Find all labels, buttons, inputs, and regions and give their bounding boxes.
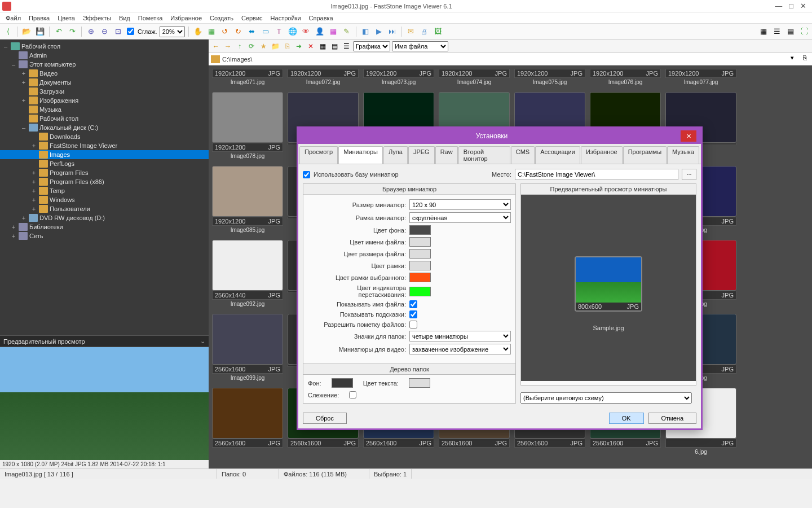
maximize-button[interactable]: □ [789,2,793,10]
thumbnail[interactable]: 1920x1200JPGImage085.jpg [212,165,283,234]
menu-favorites[interactable]: Избранное [167,14,205,23]
minimize-button[interactable]: — [775,2,782,10]
smoothing-checkbox[interactable] [127,28,134,35]
scheme-select[interactable]: (Выберите цветовую схему) [520,392,692,404]
zoom-out-icon[interactable]: ⊖ [99,26,110,37]
open-icon[interactable]: 📂 [21,26,32,37]
delete-icon[interactable]: ✕ [306,41,316,51]
text-icon[interactable]: T [273,26,285,37]
menu-create[interactable]: Создать [206,14,237,23]
menu-help[interactable]: Справка [306,14,337,23]
use-db-checkbox[interactable] [303,171,310,178]
copy-icon[interactable]: ⎘ [282,41,292,51]
thumbnail[interactable]: 1920x1200JPGImage072.jpg [288,69,359,86]
nav-back-icon[interactable]: ⟨ [2,26,14,37]
browse-button[interactable]: ... [682,169,696,180]
tree-pf86[interactable]: Program Files (x86) [50,178,104,185]
group-select[interactable]: Графика [353,41,390,51]
thumbnail[interactable]: 2560x1440JPGImage092.jpg [212,239,283,308]
view-list-icon[interactable]: ☰ [771,26,783,37]
tree-windows[interactable]: Windows [50,196,75,203]
redeye-icon[interactable]: 👁 [301,26,312,37]
videothumb-select[interactable]: захваченное изображение [409,344,511,354]
thumbnail[interactable]: 1920x1200JPGImage071.jpg [212,69,283,86]
move-icon[interactable]: ➜ [294,41,304,51]
wallpaper-icon[interactable]: 🖼 [433,26,444,37]
compare-icon[interactable]: ◧ [360,26,371,37]
nav-back-icon[interactable]: ← [211,41,221,51]
tree-downloads[interactable]: Загрузки [39,88,64,95]
slideshow-icon[interactable]: ▶ [373,26,385,37]
dialog-titlebar[interactable]: Установки ✕ [298,128,701,144]
border-color-swatch[interactable] [409,261,431,270]
tree-net[interactable]: Сеть [29,233,43,239]
tree-desk2[interactable]: Рабочий стол [39,115,78,122]
place-input[interactable] [515,169,678,180]
undo-icon[interactable]: ↶ [53,26,64,37]
thumb-frame-select[interactable]: скруглённая [409,212,511,223]
thumbnail[interactable]: 1920x1200JPGImage075.jpg [514,69,585,86]
tree-music[interactable]: Музыка [39,106,61,113]
view3-icon[interactable]: ☰ [341,41,351,51]
hand-icon[interactable]: ✋ [192,26,204,37]
selborder-color-swatch[interactable] [409,273,431,282]
person-icon[interactable]: 👤 [314,26,325,37]
tree-desktop[interactable]: Рабочий стол [21,43,60,50]
path-text[interactable]: C:\Images\ [222,56,785,63]
thumbnail[interactable]: 2560x1600JPG [212,387,283,456]
zoom-in-icon[interactable]: ⊕ [85,26,96,37]
menu-tools[interactable]: Сервис [238,14,266,23]
fname-color-swatch[interactable] [409,237,431,247]
tree-images[interactable]: Images [50,151,70,158]
newfolder-icon[interactable]: 📁 [270,41,280,51]
tab-Ассоциации[interactable]: Ассоциации [535,146,580,164]
thumbnail[interactable]: 2560x1600JPGImage099.jpg [212,313,283,382]
tab-Избранное[interactable]: Избранное [581,146,623,164]
tree-users[interactable]: Пользователи [50,205,90,212]
nav-fwd-icon[interactable]: → [223,41,233,51]
thumbnail[interactable]: 1920x1200JPGImage078.jpg [212,91,283,160]
tree-docs[interactable]: Документы [39,79,72,86]
tree-dl[interactable]: Downloads [50,133,80,140]
tree-text-swatch[interactable] [409,378,430,388]
tree-pf[interactable]: Program Files [50,169,88,176]
dialog-close-button[interactable]: ✕ [681,130,696,142]
sort-select[interactable]: Имя файла [392,41,448,51]
globe-icon[interactable]: 🌐 [287,26,298,37]
foldericon-select[interactable]: четыре миниатюры [409,331,511,341]
track-checkbox[interactable] [349,391,356,398]
folder-tree[interactable]: –Рабочий стол Admin –Этот компьютер +Вид… [0,40,209,335]
view2-icon[interactable]: ▤ [329,41,339,51]
hints-checkbox[interactable] [409,310,417,318]
menu-file[interactable]: Файл [2,14,24,23]
resize-icon[interactable]: ⬌ [246,26,258,37]
tab-Музыка[interactable]: Музыка [667,146,699,164]
tab-Второй монитор[interactable]: Второй монитор [458,146,510,164]
showname-checkbox[interactable] [409,300,417,308]
view-detail-icon[interactable]: ▤ [785,26,796,37]
preview-image[interactable] [0,347,209,460]
refresh-icon[interactable]: ⟳ [246,41,257,51]
tree-perflogs[interactable]: PerfLogs [50,160,74,167]
save-icon[interactable]: 💾 [34,26,46,37]
grid-icon[interactable]: ▦ [206,26,217,37]
thumbnail[interactable]: 1920x1200JPGImage077.jpg [665,69,736,86]
print-icon[interactable]: 🖨 [419,26,430,37]
close-button[interactable]: ✕ [800,2,806,10]
thumbnail[interactable]: 1920x1200JPGImage074.jpg [439,69,510,86]
menu-effects[interactable]: Эффекты [80,14,114,23]
marking-checkbox[interactable] [409,321,417,329]
path-dropdown-icon[interactable]: ▾ [787,54,797,64]
tab-Raw[interactable]: Raw [435,146,458,164]
cancel-button[interactable]: Отмена [648,413,696,424]
menu-edit[interactable]: Правка [25,14,53,23]
fsize-color-swatch[interactable] [409,249,431,259]
batch-icon[interactable]: ▦ [328,26,339,37]
mail-icon[interactable]: ✉ [405,26,417,37]
tree-thispc[interactable]: Этот компьютер [29,61,76,68]
tree-dvd[interactable]: DVD RW дисковод (D:) [39,214,105,221]
bg-color-swatch[interactable] [409,225,431,235]
nav-up-icon[interactable]: ↑ [235,41,245,51]
tab-Миниатюры[interactable]: Миниатюры [338,146,383,164]
menu-tag[interactable]: Пометка [135,14,166,23]
